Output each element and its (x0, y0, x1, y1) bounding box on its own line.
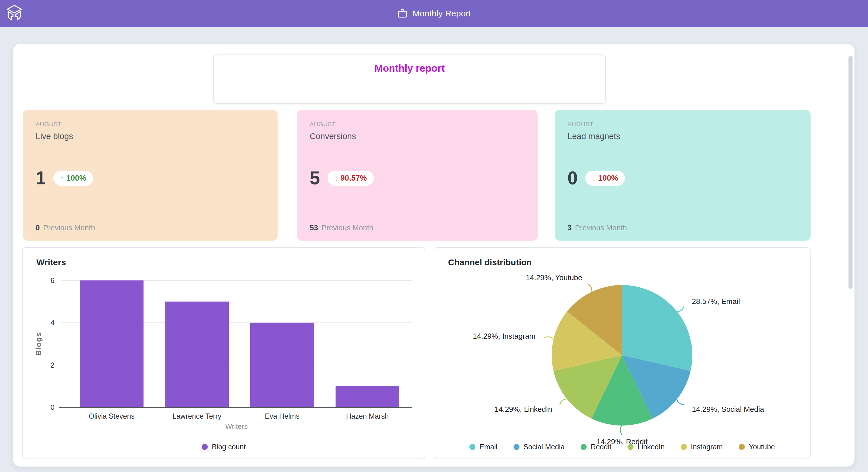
previous-value: 0 (36, 224, 40, 232)
pie-legend-item[interactable]: Social Media (514, 443, 565, 451)
header-title: Monthly Report (0, 0, 868, 27)
previous-value: 3 (567, 224, 571, 232)
arrow-down-icon: ↓ (334, 174, 338, 183)
stat-card-lead-magnets: AUGUST Lead magnets 0 ↓ 100% 3 Previous … (555, 110, 811, 241)
svg-text:Hazen Marsh: Hazen Marsh (346, 412, 389, 420)
pie-legend-item[interactable]: Instagram (681, 443, 723, 451)
app-title: Monthly Report (412, 9, 471, 19)
bar-legend-item[interactable]: Blog count (202, 443, 246, 451)
legend-label: Social Media (524, 443, 565, 451)
stats-row: AUGUST Live blogs 1 ↑ 100% 0 Previous Mo… (13, 110, 855, 241)
stat-label: Live blogs (36, 132, 265, 141)
report-title-card: Monthly report (213, 55, 606, 104)
svg-text:28.57%, Email: 28.57%, Email (692, 297, 740, 306)
legend-label: Email (479, 443, 497, 451)
legend-dot (202, 444, 208, 450)
previous-label: Previous Month (321, 224, 373, 232)
svg-text:6: 6 (51, 276, 55, 284)
writers-bar-chart-card: Writers 0246Olivia StevensLawrence Terry… (22, 247, 425, 459)
trend-value: 100% (598, 174, 618, 183)
svg-text:14.29%, LinkedIn: 14.29%, LinkedIn (495, 405, 552, 413)
previous-value: 53 (310, 224, 318, 232)
stat-value-row: 0 ↓ 100% (567, 168, 625, 188)
report-title: Monthly report (214, 63, 606, 74)
stat-label: Conversions (310, 132, 525, 141)
report-card: Monthly report AUGUST Live blogs 1 ↑ 100… (13, 44, 855, 467)
bar-chart-legend: Blog count (23, 443, 425, 451)
svg-text:2: 2 (51, 361, 55, 369)
pie-legend-item[interactable]: Youtube (739, 443, 775, 451)
legend-label: Instagram (691, 443, 723, 451)
svg-text:14.29%, Youtube: 14.29%, Youtube (526, 273, 582, 282)
writers-bar-chart[interactable]: 0246Olivia StevensLawrence TerryEva Helm… (23, 248, 426, 460)
stat-card-conversions: AUGUST Conversions 5 ↓ 90.57% 53 Previou… (297, 110, 538, 241)
svg-text:Writers: Writers (225, 423, 248, 430)
legend-dot (514, 444, 520, 450)
pie-legend-item[interactable]: LinkedIn (627, 443, 665, 451)
app-header: Monthly Report (0, 0, 868, 27)
stat-value: 0 (567, 168, 578, 188)
legend-dot (681, 444, 687, 450)
arrow-up-icon: ↑ (60, 174, 64, 183)
pie-legend-item[interactable]: Email (469, 443, 497, 451)
previous-month-row: 0 Previous Month (36, 224, 95, 232)
stat-label: Lead magnets (567, 132, 798, 141)
svg-text:Lawrence Terry: Lawrence Terry (173, 412, 222, 420)
trend-badge: ↓ 90.57% (328, 171, 374, 186)
svg-text:0: 0 (51, 403, 55, 411)
svg-text:Blogs: Blogs (34, 332, 43, 356)
briefcase-icon (397, 8, 408, 19)
pie-chart-legend: EmailSocial MediaRedditLinkedInInstagram… (434, 443, 810, 451)
stat-value: 5 (310, 168, 320, 188)
legend-dot (469, 444, 475, 450)
legend-dot (581, 444, 587, 450)
channel-pie-chart-card: Channel distribution 28.57%, Email14.29%… (434, 247, 811, 459)
svg-text:Olivia Stevens: Olivia Stevens (89, 412, 135, 420)
previous-label: Previous Month (575, 224, 627, 232)
legend-dot (627, 444, 633, 450)
stat-month: AUGUST (36, 121, 265, 128)
stat-value-row: 1 ↑ 100% (36, 168, 93, 188)
legend-label: Youtube (749, 443, 775, 451)
svg-text:14.29%, Social Media: 14.29%, Social Media (692, 405, 764, 413)
previous-label: Previous Month (43, 224, 95, 232)
pie-legend-item[interactable]: Reddit (581, 443, 611, 451)
svg-text:Eva Helms: Eva Helms (265, 412, 300, 420)
svg-text:14.29%, Instagram: 14.29%, Instagram (473, 332, 535, 340)
channel-pie-chart[interactable]: 28.57%, Email14.29%, Social Media14.29%,… (434, 248, 811, 460)
stat-month: AUGUST (567, 121, 798, 128)
stat-month: AUGUST (310, 121, 525, 128)
trend-badge: ↓ 100% (585, 171, 625, 186)
svg-text:4: 4 (51, 318, 55, 327)
legend-label: Reddit (591, 443, 611, 451)
stat-value: 1 (36, 168, 46, 188)
arrow-down-icon: ↓ (592, 174, 596, 183)
legend-label: LinkedIn (638, 443, 665, 451)
trend-value: 90.57% (340, 174, 367, 183)
legend-dot (739, 444, 745, 450)
stat-value-row: 5 ↓ 90.57% (310, 168, 374, 188)
legend-label: Blog count (212, 443, 246, 451)
previous-month-row: 53 Previous Month (310, 224, 373, 232)
charts-row: Writers 0246Olivia StevensLawrence Terry… (13, 247, 855, 459)
previous-month-row: 3 Previous Month (567, 224, 627, 232)
vertical-scrollbar-thumb[interactable] (848, 56, 852, 289)
trend-value: 100% (66, 174, 86, 183)
stat-card-live-blogs: AUGUST Live blogs 1 ↑ 100% 0 Previous Mo… (23, 110, 278, 241)
trend-badge: ↑ 100% (53, 171, 93, 186)
